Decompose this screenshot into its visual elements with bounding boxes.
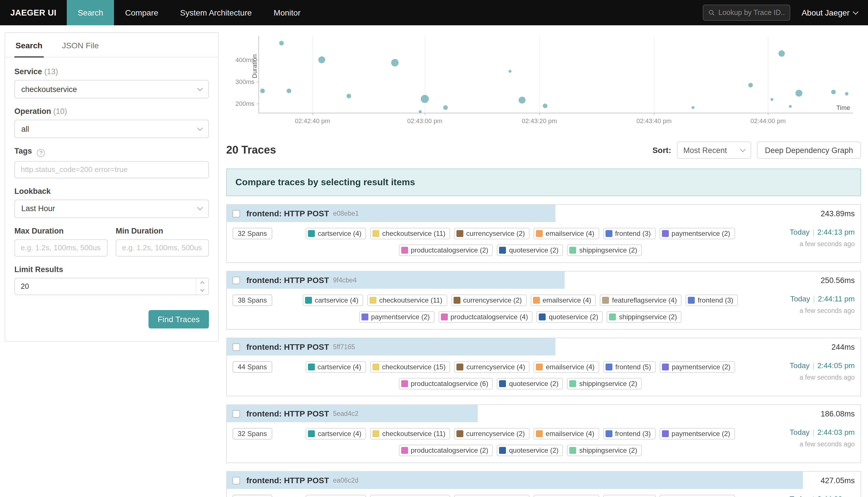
scatter-point[interactable] [443, 105, 448, 110]
nav-item-monitor[interactable]: Monitor [263, 0, 311, 25]
trace-result-item[interactable]: frontend: HTTP POST5ff7165244ms44 Spansc… [226, 338, 861, 396]
scatter-point[interactable] [779, 50, 785, 57]
trace-name: frontend: HTTP POST [246, 209, 329, 218]
scatter-point[interactable] [748, 83, 753, 87]
service-chip: checkoutservice (11) [370, 428, 450, 439]
service-color-swatch [536, 430, 543, 437]
scatter-point[interactable] [391, 59, 399, 67]
tab-search[interactable]: Search [14, 33, 43, 58]
scatter-point[interactable] [519, 97, 526, 103]
trace-header-content: frontend: HTTP POSTe08ebe1243.89ms [227, 205, 860, 222]
service-color-swatch [499, 380, 506, 387]
trace-header[interactable]: frontend: HTTP POST9f4cbe4250.56ms [227, 271, 860, 289]
search-sidebar: Search JSON File Service (13) checkoutse… [4, 32, 219, 341]
scatter-point[interactable] [692, 106, 695, 109]
find-traces-button[interactable]: Find Traces [149, 310, 209, 328]
trace-time[interactable]: 2:44:02 pm [817, 495, 855, 497]
trace-time[interactable]: 2:44:13 pm [817, 228, 855, 237]
service-chip: quoteservice (2) [537, 311, 603, 323]
service-chip: paymentservice (2) [660, 495, 735, 497]
scatter-point[interactable] [421, 95, 429, 103]
limit-results-input[interactable] [14, 278, 209, 295]
trace-time[interactable]: 2:44:05 pm [817, 361, 855, 370]
scatter-point[interactable] [418, 110, 421, 113]
scatter-point[interactable] [770, 98, 773, 101]
service-color-swatch [369, 297, 376, 304]
scatter-point[interactable] [831, 89, 836, 94]
scatter-point[interactable] [845, 92, 848, 96]
lookback-select[interactable]: Last Hour [14, 199, 209, 218]
service-chip: currencyservice (2) [454, 228, 530, 239]
scatter-point[interactable] [543, 103, 548, 108]
service-color-swatch [570, 447, 576, 454]
service-select[interactable]: checkoutservice [14, 80, 209, 98]
sort-select[interactable]: Most Recent [677, 142, 751, 159]
trace-relative-time: a few seconds ago [768, 440, 855, 449]
trace-name: frontend: HTTP POST [246, 476, 329, 485]
trace-header[interactable]: frontend: HTTP POSTe08ebe1243.89ms [227, 205, 860, 222]
nav-item-compare[interactable]: Compare [114, 0, 169, 25]
span-count-chip: 38 Spans [233, 495, 272, 497]
duration-scatter-chart: Duration Time 400ms300ms200ms02:42:40 pm… [226, 32, 861, 133]
about-jaeger-menu[interactable]: About Jaeger [801, 8, 858, 17]
scatter-point[interactable] [319, 56, 325, 63]
trace-datetime: Today|2:44:03 pm [768, 428, 855, 438]
service-chip: checkoutservice (13) [370, 495, 450, 497]
trace-select-checkbox[interactable] [233, 276, 240, 284]
scatter-point[interactable] [286, 89, 291, 93]
scatter-point[interactable] [508, 70, 511, 73]
trace-header[interactable]: frontend: HTTP POST5ead4c2186.08ms [227, 405, 860, 422]
service-color-swatch [440, 313, 448, 321]
min-duration-input[interactable] [116, 239, 209, 256]
scatter-point[interactable] [260, 89, 265, 93]
date-time-separator: | [812, 361, 814, 370]
chevron-down-icon [853, 9, 858, 14]
trace-result-item[interactable]: frontend: HTTP POSTe08ebe1243.89ms32 Spa… [226, 204, 861, 263]
service-color-swatch [373, 230, 379, 237]
service-color-swatch [539, 313, 546, 321]
scatter-point[interactable] [796, 90, 802, 97]
operation-select[interactable]: all [14, 120, 209, 138]
step-up-button[interactable] [196, 278, 208, 286]
y-tick-mark [257, 60, 259, 60]
trace-timestamps: Today|2:44:13 pma few seconds ago [768, 228, 855, 248]
trace-header[interactable]: frontend: HTTP POSTea06c2d427.05ms [227, 472, 860, 489]
nav-item-system-architecture[interactable]: System Architecture [169, 0, 263, 25]
scatter-point[interactable] [788, 105, 792, 108]
tags-input[interactable] [14, 161, 209, 178]
trace-select-checkbox[interactable] [233, 343, 240, 351]
scatter-point[interactable] [347, 94, 351, 98]
trace-header-content: frontend: HTTP POST9f4cbe4250.56ms [227, 271, 860, 289]
y-tick-label: 400ms [235, 56, 254, 63]
scatter-point[interactable] [279, 41, 284, 45]
service-chip: cartservice (4) [303, 295, 363, 306]
trace-list: frontend: HTTP POSTe08ebe1243.89ms32 Spa… [226, 204, 861, 497]
trace-select-checkbox[interactable] [233, 477, 240, 484]
trace-select-checkbox[interactable] [233, 410, 240, 417]
service-color-swatch [536, 230, 543, 237]
step-down-button[interactable] [196, 286, 208, 294]
x-tick-label: 02:44:00 pm [751, 117, 786, 124]
service-chip: frontend (4) [603, 495, 656, 497]
trace-lookup-box[interactable] [702, 4, 790, 21]
nav-item-search[interactable]: Search [67, 0, 114, 25]
trace-result-item[interactable]: frontend: HTTP POST5ead4c2186.08ms32 Spa… [226, 404, 861, 463]
deep-dependency-graph-button[interactable]: Deep Dependency Graph [757, 142, 861, 159]
tab-json-file[interactable]: JSON File [61, 33, 100, 57]
scatter-plot-area: Duration Time 400ms300ms200ms02:42:40 pm… [258, 36, 853, 113]
trace-name: frontend: HTTP POST [246, 342, 329, 352]
max-duration-input[interactable] [14, 239, 108, 256]
service-chip: paymentservice (2) [659, 228, 735, 239]
trace-time[interactable]: 2:44:11 pm [818, 295, 855, 303]
trace-result-item[interactable]: frontend: HTTP POSTea06c2d427.05ms38 Spa… [226, 471, 861, 497]
service-chip: quoteservice (2) [497, 378, 563, 389]
trace-select-checkbox[interactable] [233, 210, 240, 217]
trace-relative-time: a few seconds ago [768, 374, 855, 382]
help-icon[interactable]: ? [37, 149, 45, 157]
trace-lookup-input[interactable] [718, 9, 784, 17]
trace-header[interactable]: frontend: HTTP POST5ff7165244ms [227, 338, 860, 355]
trace-timestamps: Today|2:44:03 pma few seconds ago [768, 428, 855, 449]
service-chip: checkoutservice (15) [370, 361, 450, 373]
trace-result-item[interactable]: frontend: HTTP POST9f4cbe4250.56ms38 Spa… [226, 271, 861, 330]
trace-time[interactable]: 2:44:03 pm [817, 428, 855, 437]
